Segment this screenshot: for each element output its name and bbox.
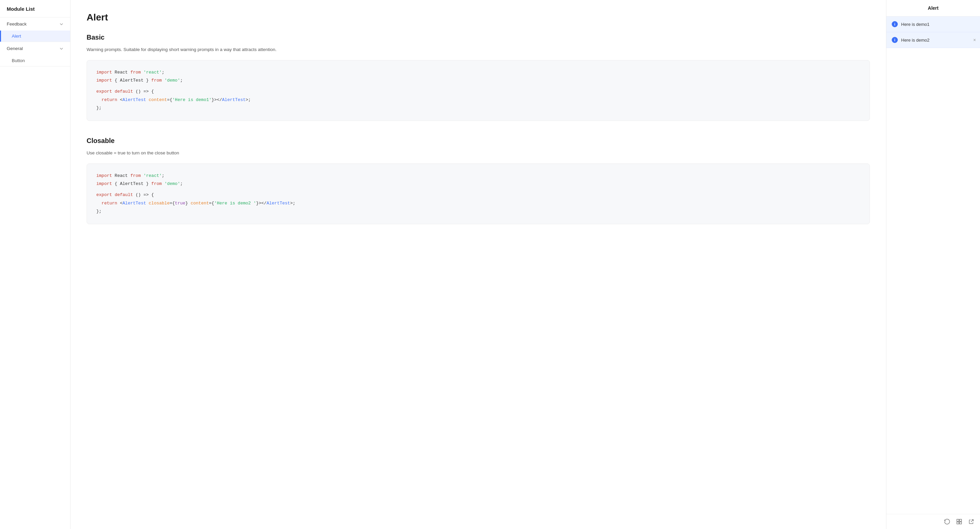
main-content: Alert Basic Warning prompts. Suitable fo… <box>70 0 886 529</box>
sidebar-item-alert[interactable]: Alert <box>0 30 70 41</box>
section-basic-title: Basic <box>87 33 870 41</box>
code-block-closable: import React from 'react'; import { Aler… <box>87 164 870 224</box>
alert-info-icon-1: i <box>892 21 898 27</box>
right-panel: Alert i Here is demo1 i Here is demo2 × <box>886 0 980 529</box>
section-closable-title: Closable <box>87 137 870 145</box>
alert-item-demo2: i Here is demo2 × <box>886 32 980 48</box>
alert-text-demo2: Here is demo2 <box>901 38 930 43</box>
right-panel-body: i Here is demo1 i Here is demo2 × <box>886 16 980 514</box>
sidebar-group-label-general: General <box>7 46 23 51</box>
grid-icon[interactable] <box>956 518 963 525</box>
external-link-icon[interactable] <box>968 518 975 525</box>
svg-rect-3 <box>959 522 961 524</box>
sidebar-group-header-feedback[interactable]: Feedback <box>0 18 70 30</box>
alert-info-icon-2: i <box>892 37 898 43</box>
refresh-icon[interactable] <box>944 518 950 525</box>
sidebar: Module List Feedback Alert General Butto… <box>0 0 70 529</box>
alert-text-demo1: Here is demo1 <box>901 22 930 27</box>
sidebar-title: Module List <box>0 0 70 18</box>
svg-rect-1 <box>959 519 961 521</box>
sidebar-group-general: General Button <box>0 42 70 67</box>
alert-item-demo1: i Here is demo1 <box>886 16 980 32</box>
sidebar-group-feedback: Feedback Alert <box>0 18 70 42</box>
right-panel-title: Alert <box>886 0 980 16</box>
section-basic-desc: Warning prompts. Suitable for displaying… <box>87 46 870 53</box>
section-closable-desc: Use closable = true to turn on the close… <box>87 149 870 157</box>
svg-rect-0 <box>957 519 959 521</box>
page-title: Alert <box>87 12 870 23</box>
section-basic: Basic Warning prompts. Suitable for disp… <box>87 33 870 121</box>
code-block-basic: import React from 'react'; import { Aler… <box>87 60 870 121</box>
section-closable: Closable Use closable = true to turn on … <box>87 137 870 224</box>
sidebar-item-label-alert: Alert <box>12 33 21 38</box>
sidebar-group-header-general[interactable]: General <box>0 42 70 55</box>
alert-close-button[interactable]: × <box>973 38 976 42</box>
svg-rect-2 <box>957 522 959 524</box>
chevron-down-icon <box>59 22 64 26</box>
svg-line-4 <box>971 519 973 522</box>
sidebar-item-label-button: Button <box>12 58 25 63</box>
sidebar-item-button[interactable]: Button <box>0 55 70 66</box>
right-panel-footer <box>886 514 980 529</box>
chevron-down-icon-general <box>59 47 64 51</box>
sidebar-group-label-feedback: Feedback <box>7 21 27 27</box>
